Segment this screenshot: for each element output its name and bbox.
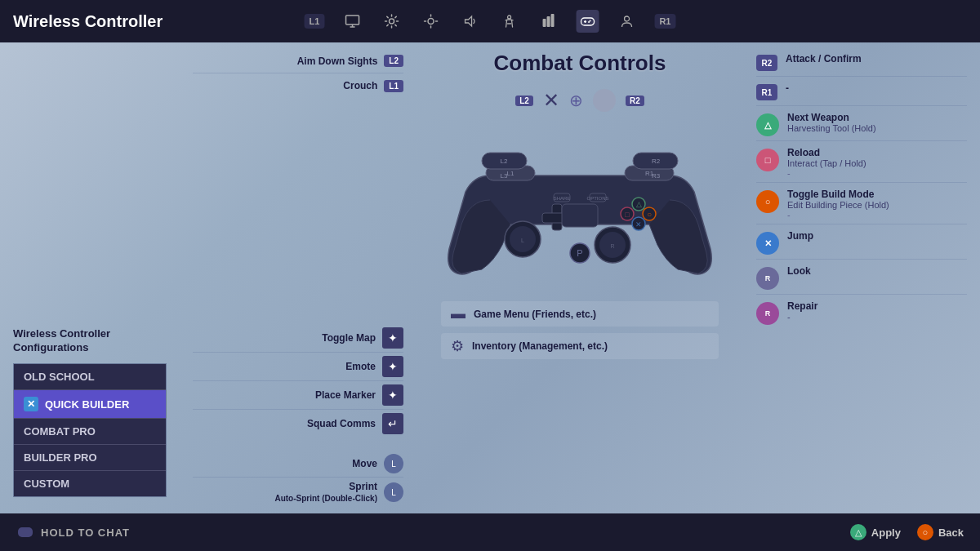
svg-text:□: □ xyxy=(625,211,630,219)
r1-action-row: R1 - xyxy=(756,78,967,106)
volume-icon[interactable] xyxy=(458,10,481,33)
r1-action-btn: R1 xyxy=(756,84,777,100)
reload-sub: Interact (Tap / Hold) xyxy=(787,158,866,168)
l2-btn: L2 xyxy=(384,55,403,67)
left-top-actions: Aim Down Sights L2 Crouch L1 xyxy=(193,49,403,98)
config-item-builder-pro[interactable]: BUILDER PRO xyxy=(14,445,166,471)
back-action[interactable]: ○ Back xyxy=(917,524,964,540)
attack-confirm-text: Attack / Confirm xyxy=(786,53,862,64)
svg-rect-13 xyxy=(550,14,554,27)
bottom-left: HOLD TO CHAT xyxy=(16,523,130,541)
svg-text:L2: L2 xyxy=(501,158,508,165)
sprint-analog: L xyxy=(384,482,403,502)
svg-rect-11 xyxy=(542,19,546,27)
svg-text:OPTIONS: OPTIONS xyxy=(586,196,608,201)
apply-action[interactable]: △ Apply xyxy=(850,524,901,540)
place-marker-label: Place Marker xyxy=(315,389,376,401)
attack-confirm-row: R2 Attack / Confirm xyxy=(756,49,967,77)
place-marker-row: Place Marker ✦ xyxy=(193,381,403,410)
l2-badge: L2 xyxy=(515,96,533,106)
svg-text:L1: L1 xyxy=(507,170,514,177)
emote-label: Emote xyxy=(345,361,376,372)
toggle-build-row: ○ Toggle Build Mode Edit Building Piece … xyxy=(756,184,967,224)
svg-text:○: ○ xyxy=(647,210,652,219)
repair-sub: - xyxy=(787,312,817,322)
move-label: Move xyxy=(352,458,377,469)
r-stick2-btn: R xyxy=(756,302,779,325)
config-item-custom[interactable]: CUSTOM xyxy=(14,471,166,496)
next-weapon-row: △ Next Weapon Harvesting Tool (Hold) xyxy=(756,108,967,141)
svg-point-19 xyxy=(624,16,629,21)
jump-text: Jump xyxy=(787,230,813,242)
svg-rect-53 xyxy=(18,527,33,537)
brightness-icon[interactable] xyxy=(419,10,442,33)
move-analog: L xyxy=(384,454,403,473)
circle-indicator xyxy=(593,89,616,112)
reload-text: Reload Interact (Tap / Hold) - xyxy=(787,147,866,178)
x-icon: ✕ xyxy=(543,89,559,112)
svg-text:△: △ xyxy=(636,200,642,208)
left-action-panel: Aim Down Sights L2 Crouch L1 Toggle Map … xyxy=(180,42,416,513)
r1-action-text: - xyxy=(786,82,789,94)
right-action-panel: R2 Attack / Confirm R1 - △ Next Weapon H… xyxy=(743,42,980,513)
jump-row: ✕ Jump xyxy=(756,226,967,260)
svg-text:✕: ✕ xyxy=(635,220,642,229)
config-item-combat-pro[interactable]: COMBAT PRO xyxy=(14,419,166,445)
next-weapon-label: Next Weapon xyxy=(787,112,876,123)
touchpad-icon: ▬ xyxy=(451,305,466,322)
active-badge: ✕ xyxy=(24,397,38,411)
game-menu-label: Game Menu (Friends, etc.) xyxy=(474,309,596,320)
squad-comms-dpad: ↵ xyxy=(382,413,403,434)
r2-badge: R2 xyxy=(626,96,644,106)
attack-confirm-label: Attack / Confirm xyxy=(786,53,862,64)
back-label: Back xyxy=(938,527,964,539)
apply-label: Apply xyxy=(871,527,901,539)
center-area: Combat Controls L2 ✕ ⊕ R2 xyxy=(416,42,743,513)
config-label-builder-pro: BUILDER PRO xyxy=(24,451,97,464)
toggle-map-dpad: ✦ xyxy=(382,327,403,349)
r2-action-btn: R2 xyxy=(756,55,777,71)
config-item-old-school[interactable]: OLD SCHOOL xyxy=(14,364,166,390)
controller-svg: L3 R3 △ □ ○ ✕ xyxy=(441,118,719,298)
repair-row: R Repair - xyxy=(756,296,967,329)
user-icon[interactable] xyxy=(615,10,638,33)
config-item-quick-builder[interactable]: ✕ QUICK BUILDER xyxy=(14,390,166,419)
controller-icon[interactable] xyxy=(576,10,599,33)
svg-marker-9 xyxy=(465,16,471,26)
config-label-combat-pro: COMBAT PRO xyxy=(24,425,96,438)
svg-point-18 xyxy=(588,21,590,23)
repair-label: Repair xyxy=(787,300,817,312)
bottom-center: ▬ Game Menu (Friends, etc.) ⚙ Inventory … xyxy=(441,301,719,359)
top-bar: Wireless Controller L1 xyxy=(0,0,980,42)
game-menu-row: ▬ Game Menu (Friends, etc.) xyxy=(441,301,719,327)
left-mid-actions: Toggle Map ✦ Emote ✦ Place Marker ✦ Squa… xyxy=(193,324,403,438)
gear-icon[interactable] xyxy=(380,10,403,33)
config-label-custom: CUSTOM xyxy=(24,478,69,490)
accessibility-icon[interactable] xyxy=(497,10,520,33)
back-circle-icon: ○ xyxy=(917,524,933,540)
svg-point-3 xyxy=(389,19,394,24)
config-list: OLD SCHOOL ✕ QUICK BUILDER COMBAT PRO BU… xyxy=(13,363,167,497)
sidebar-label: Wireless Controller Configurations xyxy=(13,327,167,355)
place-marker-dpad: ✦ xyxy=(382,384,403,406)
squad-comms-row: Squad Comms ↵ xyxy=(193,410,403,438)
svg-text:L: L xyxy=(521,238,524,243)
network-icon[interactable] xyxy=(537,10,559,33)
triangle-btn: △ xyxy=(756,113,779,136)
aim-down-sights-row: Aim Down Sights L2 xyxy=(193,49,403,73)
svg-text:R1: R1 xyxy=(645,170,654,177)
toggle-build-text: Toggle Build Mode Edit Building Piece (H… xyxy=(787,189,889,220)
apply-triangle-icon: △ xyxy=(850,524,866,540)
svg-point-17 xyxy=(589,20,590,22)
controller-top-buttons: L2 ✕ ⊕ R2 xyxy=(515,89,644,112)
x-btn: ✕ xyxy=(756,232,779,255)
crouch-row: Crouch L1 xyxy=(193,73,403,98)
look-text: Look xyxy=(787,265,811,277)
touchpad2-icon: ⚙ xyxy=(451,337,464,355)
look-label: Look xyxy=(787,265,811,277)
monitor-icon[interactable] xyxy=(341,10,363,33)
l1-btn: L1 xyxy=(384,80,403,92)
top-nav-icons: L1 R1 xyxy=(305,10,676,33)
reload-row: □ Reload Interact (Tap / Hold) - xyxy=(756,143,967,183)
controller-wrapper: L3 R3 △ □ ○ ✕ xyxy=(441,118,719,298)
